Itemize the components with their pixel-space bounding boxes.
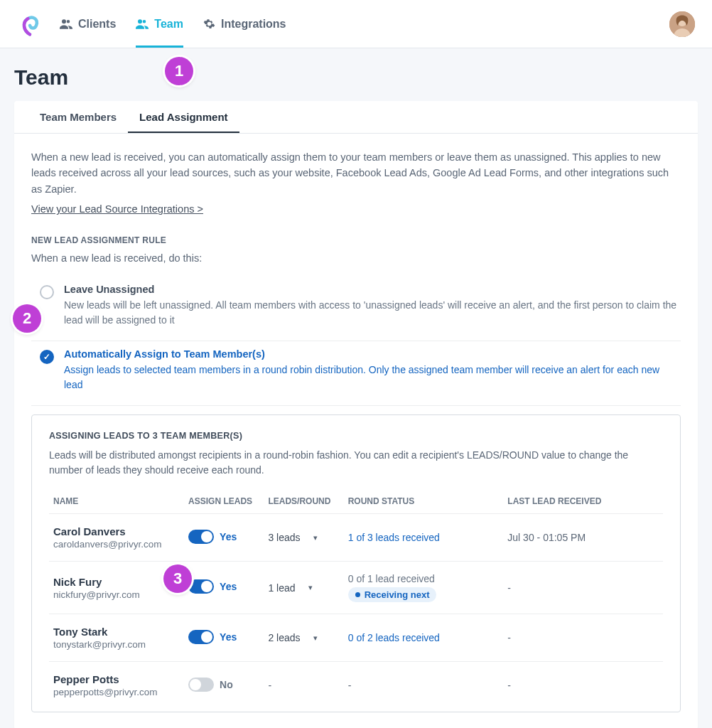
dot-icon	[355, 592, 360, 597]
tabs: Team Members Lead Assignment	[14, 101, 698, 134]
page-title: Team	[14, 65, 698, 90]
callout-1: 1	[165, 57, 193, 85]
option-auto-desc: Assign leads to selected team members in…	[64, 363, 678, 392]
col-status: ROUND STATUS	[344, 489, 504, 514]
nav-team[interactable]: Team	[136, 0, 183, 48]
topbar: Clients Team Integrations	[0, 0, 712, 48]
table-row: Carol Danverscaroldanvers@privyr.comYes3…	[49, 514, 663, 562]
chevron-down-icon: ▾	[308, 583, 313, 592]
main-nav: Clients Team Integrations	[60, 0, 286, 48]
callout-2: 2	[13, 304, 41, 333]
col-per-round: LEADS/ROUND	[264, 489, 343, 514]
table-row: Tony Starktonystark@privyr.comYes2 leads…	[49, 614, 663, 662]
chevron-down-icon: ▾	[313, 533, 318, 542]
tab-lead-assignment[interactable]: Lead Assignment	[128, 101, 239, 133]
round-status: 0 of 2 leads received	[348, 632, 500, 643]
members-table: NAME ASSIGN LEADS LEADS/ROUND ROUND STAT…	[49, 489, 663, 709]
round-status: 1 of 3 leads received	[348, 532, 500, 543]
leads-per-round-value: 1 lead	[268, 582, 295, 594]
option-auto-assign[interactable]: Automatically Assign to Team Member(s) A…	[31, 341, 681, 406]
member-email: caroldanvers@privyr.com	[53, 539, 180, 550]
assign-box-title: ASSIGNING LEADS TO 3 TEAM MEMBER(S)	[49, 431, 663, 441]
nav-integrations[interactable]: Integrations	[203, 0, 286, 48]
member-name: Nick Fury	[53, 576, 180, 588]
intro-text: When a new lead is received, you can aut…	[31, 149, 681, 197]
last-received: -	[507, 680, 511, 691]
assign-toggle[interactable]: Yes	[188, 579, 237, 594]
gear-icon	[203, 18, 215, 30]
section-heading: NEW LEAD ASSIGNMENT RULE	[31, 235, 681, 245]
col-name: NAME	[49, 489, 184, 514]
avatar[interactable]	[669, 11, 695, 37]
table-row: Nick Furynickfury@privyr.comYes1 lead▾0 …	[49, 562, 663, 614]
settings-card: Team Members Lead Assignment When a new …	[14, 101, 698, 728]
last-received: -	[507, 582, 511, 594]
nav-integrations-label: Integrations	[221, 18, 286, 31]
nav-clients[interactable]: Clients	[60, 0, 116, 48]
member-email: tonystark@privyr.com	[53, 639, 180, 650]
toggle-label: Yes	[220, 531, 237, 542]
tab-team-members[interactable]: Team Members	[28, 101, 128, 133]
option-leave-unassigned[interactable]: Leave Unassigned New leads will be left …	[31, 277, 681, 341]
assign-toggle[interactable]: Yes	[188, 530, 237, 544]
last-received: Jul 30 - 01:05 PM	[507, 532, 586, 543]
leads-per-round-value: 2 leads	[268, 632, 300, 643]
assign-toggle[interactable]: Yes	[188, 630, 237, 644]
round-status: 0 of 1 lead received	[348, 573, 500, 584]
rule-intro: When a new lead is received, do this:	[31, 252, 681, 264]
member-email: pepperpotts@privyr.com	[53, 687, 180, 697]
nav-team-label: Team	[154, 18, 183, 31]
nav-clients-label: Clients	[78, 18, 116, 31]
table-row: Pepper Pottspepperpotts@privyr.comNo---	[49, 662, 663, 710]
toggle-label: Yes	[220, 581, 237, 592]
link-lead-source-integrations[interactable]: View your Lead Source Integrations >	[31, 203, 203, 215]
assign-box-desc: Leads will be distributed amongst recipi…	[49, 448, 663, 478]
toggle-switch[interactable]	[188, 530, 214, 544]
col-last: LAST LEAD RECEIVED	[503, 489, 663, 514]
option-unassigned-title: Leave Unassigned	[64, 284, 678, 295]
assign-toggle[interactable]: No	[188, 678, 233, 692]
leads-per-round-value: -	[268, 680, 271, 691]
radio-unassigned[interactable]	[40, 285, 54, 299]
clients-icon	[60, 19, 72, 29]
toggle-label: No	[220, 679, 233, 690]
leads-per-round-select[interactable]: 3 leads▾	[268, 532, 317, 543]
logo	[17, 11, 43, 37]
last-received: -	[507, 632, 511, 643]
col-assign: ASSIGN LEADS	[184, 489, 264, 514]
member-name: Pepper Potts	[53, 673, 180, 685]
leads-per-round-select[interactable]: 2 leads▾	[268, 632, 317, 643]
chevron-down-icon: ▾	[313, 633, 318, 643]
callout-3: 3	[163, 564, 192, 593]
team-icon	[136, 19, 149, 29]
option-auto-title: Automatically Assign to Team Member(s)	[64, 348, 678, 360]
option-unassigned-desc: New leads will be left unassigned. All t…	[64, 298, 678, 328]
member-email: nickfury@privyr.com	[53, 589, 180, 600]
receiving-next-badge: Receiving next	[348, 587, 437, 602]
member-name: Tony Stark	[53, 626, 180, 638]
assign-box: ASSIGNING LEADS TO 3 TEAM MEMBER(S) Lead…	[31, 414, 681, 712]
leads-per-round-value: 3 leads	[268, 532, 300, 543]
toggle-switch[interactable]	[188, 630, 214, 644]
leads-per-round-select[interactable]: 1 lead▾	[268, 582, 312, 594]
member-name: Carol Danvers	[53, 525, 180, 537]
radio-auto-assign[interactable]	[40, 350, 54, 364]
toggle-switch[interactable]	[188, 579, 214, 594]
toggle-label: Yes	[220, 631, 237, 643]
toggle-switch[interactable]	[188, 678, 214, 692]
round-status: -	[348, 680, 352, 691]
